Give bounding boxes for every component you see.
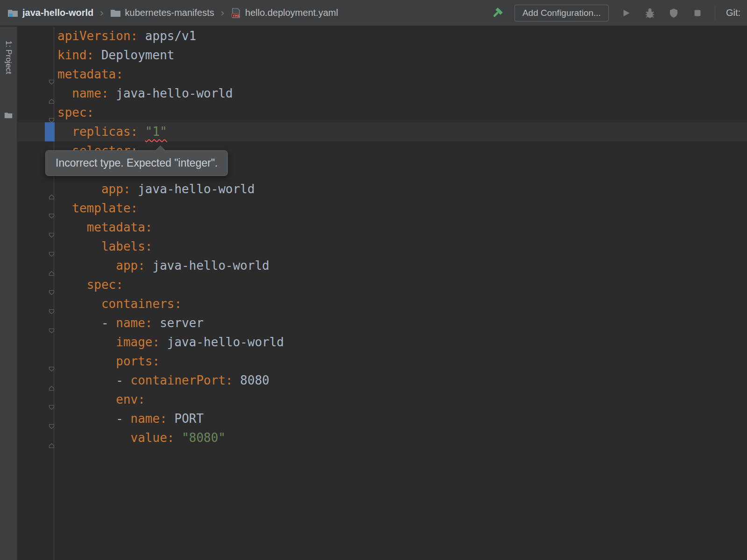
breadcrumb-label: hello.deployment.yaml [245,7,338,18]
breadcrumb-label: kubernetes-manifests [125,7,214,18]
code-line[interactable]: template: [18,199,747,218]
code-line[interactable]: - name: server [18,314,747,333]
breadcrumb: java-hello-world › kubernetes-manifests … [7,7,338,19]
fold-start-icon[interactable] [49,224,55,230]
breadcrumb-folder[interactable]: kubernetes-manifests [110,7,214,18]
breadcrumb-label: java-hello-world [22,7,93,18]
code-text: - containerPort: 8080 [57,373,269,387]
fold-start-icon[interactable] [49,110,55,115]
fold-start-icon[interactable] [49,320,55,326]
code-text: app: java-hello-world [57,182,255,196]
build-button[interactable] [491,7,504,20]
coverage-button[interactable] [667,7,680,20]
fold-start-icon[interactable] [49,244,55,249]
code-line[interactable]: app: java-hello-world [18,256,747,275]
project-stripe-folder-icon [4,112,13,119]
breadcrumb-project[interactable]: java-hello-world [7,7,93,18]
fold-start-icon[interactable] [49,282,55,287]
code-line[interactable]: image: java-hello-world [18,333,747,352]
code-text: - name: server [57,316,204,330]
code-text: value: "8080" [57,431,226,445]
code-text: env: [57,392,145,406]
code-text: ports: [57,354,160,368]
stop-button[interactable] [691,7,704,20]
fold-end-icon[interactable] [49,263,55,268]
run-button[interactable] [620,7,633,20]
breadcrumb-file[interactable]: YML hello.deployment.yaml [231,7,338,19]
fold-start-icon[interactable] [49,397,55,402]
code-line[interactable]: spec: [18,275,747,294]
code-text: image: java-hello-world [57,335,284,349]
code-line[interactable]: name: java-hello-world [18,84,747,103]
fold-end-icon[interactable] [49,435,55,441]
toolbar-separator [715,5,715,21]
git-branch-widget[interactable]: Git: [726,7,740,18]
build-hammer-icon [491,7,503,19]
navigation-bar: java-hello-world › kubernetes-manifests … [0,0,747,26]
fold-start-icon[interactable] [49,71,55,77]
error-tooltip-text: Incorrect type. Expected "integer". [56,157,218,169]
code-line[interactable]: ports: [18,352,747,371]
code-text: containers: [57,297,182,311]
project-tool-window-button[interactable]: 1: Project [4,41,13,74]
tool-window-stripe: 1: Project [0,27,17,560]
coverage-shield-icon [668,7,679,19]
fold-start-icon[interactable] [49,301,55,307]
yaml-file-icon: YML [231,7,241,19]
code-line[interactable]: - containerPort: 8080 [18,371,747,390]
code-line[interactable]: metadata: [18,218,747,237]
code-lines: apiVersion: apps/v1kind: Deploymentmetad… [18,27,747,448]
code-text: labels: [57,239,153,253]
editor[interactable]: apiVersion: apps/v1kind: Deploymentmetad… [18,27,747,560]
code-text: name: java-hello-world [57,86,233,100]
error-tooltip: Incorrect type. Expected "integer". [45,150,228,176]
code-line[interactable]: replicas: "1" [18,122,747,141]
code-text: - name: PORT [57,412,204,426]
code-line[interactable]: containers: [18,294,747,314]
svg-text:YML: YML [232,14,240,17]
run-icon [621,8,631,18]
code-line[interactable]: env: [18,390,747,409]
code-line[interactable]: labels: [18,237,747,256]
project-folder-icon [7,8,18,18]
add-configuration-button[interactable]: Add Configuration... [514,5,609,21]
code-line[interactable]: spec: [18,103,747,122]
code-text: spec: [57,105,94,119]
chevron-right-icon: › [99,7,104,19]
code-text: app: java-hello-world [57,259,269,273]
fold-start-icon[interactable] [49,205,55,211]
code-line[interactable]: metadata: [18,65,747,84]
fold-end-icon[interactable] [49,186,55,192]
code-line[interactable]: value: "8080" [18,428,747,448]
debug-bug-icon [644,7,656,19]
fold-start-icon[interactable] [49,416,55,421]
code-line[interactable]: kind: Deployment [18,46,747,65]
toolbar-actions: Add Configuration... Git: [491,5,747,21]
caret-line-gutter-marker [45,122,55,141]
code-text: metadata: [57,67,123,81]
code-line[interactable]: apiVersion: apps/v1 [18,27,747,46]
code-text: apiVersion: apps/v1 [57,29,196,43]
stop-icon [692,8,703,18]
code-text: kind: Deployment [57,48,174,62]
code-line[interactable]: app: java-hello-world [18,180,747,199]
debug-button[interactable] [643,7,656,20]
folder-icon [110,8,121,18]
code-text: template: [57,201,138,215]
code-text: replicas: "1" [57,125,167,139]
chevron-right-icon: › [220,7,225,19]
code-text: spec: [57,278,123,292]
code-line[interactable]: - name: PORT [18,409,747,428]
fold-end-icon[interactable] [49,378,55,383]
code-text: metadata: [57,220,153,234]
fold-start-icon[interactable] [49,358,55,364]
fold-end-icon[interactable] [49,91,55,96]
